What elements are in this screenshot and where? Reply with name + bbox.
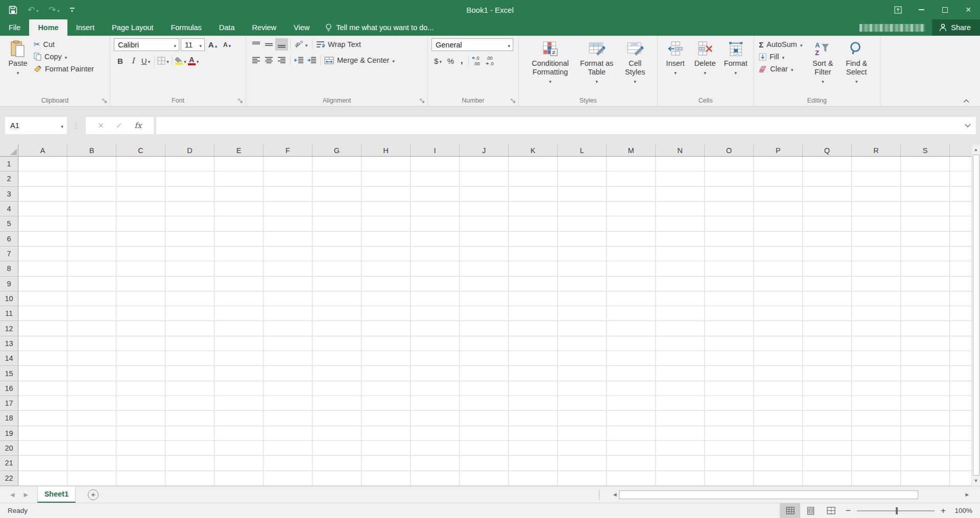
clear-button[interactable]: Clear	[757, 63, 804, 75]
cell-S9[interactable]	[901, 277, 950, 291]
cell-M22[interactable]	[607, 471, 656, 486]
cell-D18[interactable]	[165, 411, 214, 426]
cell-partial-row-2[interactable]	[950, 171, 971, 186]
cell-J11[interactable]	[460, 306, 509, 321]
cell-E5[interactable]	[214, 216, 264, 231]
cell-O8[interactable]	[705, 261, 754, 276]
cell-I4[interactable]	[411, 202, 460, 216]
row-header-4[interactable]: 4	[0, 202, 18, 216]
vertical-scroll-thumb[interactable]	[973, 155, 979, 476]
cell-K7[interactable]	[509, 246, 558, 261]
scroll-up-icon[interactable]: ▲	[974, 146, 978, 153]
cell-P3[interactable]	[754, 187, 803, 202]
customize-qat-button[interactable]	[70, 8, 75, 13]
cell-S1[interactable]	[901, 157, 950, 171]
cell-S19[interactable]	[901, 426, 950, 441]
row-header-15[interactable]: 15	[0, 366, 18, 381]
cell-N9[interactable]	[656, 277, 705, 291]
autosum-button[interactable]: AutoSum	[757, 38, 804, 51]
cell-B17[interactable]	[67, 396, 116, 411]
cell-R15[interactable]	[852, 366, 901, 381]
cell-L7[interactable]	[558, 246, 607, 261]
cell-F10[interactable]	[264, 291, 313, 306]
cell-D8[interactable]	[165, 261, 214, 276]
cell-L13[interactable]	[558, 336, 607, 351]
page-layout-view-button[interactable]	[800, 503, 821, 518]
cell-N12[interactable]	[656, 321, 705, 336]
sort-filter-button[interactable]: AZ Sort & Filter	[808, 38, 838, 96]
column-header-F[interactable]: F	[264, 144, 313, 156]
format-cells-button[interactable]: Format	[722, 38, 750, 96]
middle-align-button[interactable]	[262, 38, 275, 51]
cell-E18[interactable]	[214, 411, 264, 426]
cell-G7[interactable]	[313, 246, 362, 261]
cell-I15[interactable]	[411, 366, 460, 381]
cell-I5[interactable]	[411, 216, 460, 231]
underline-button[interactable]: U	[139, 55, 152, 67]
column-header-L[interactable]: L	[558, 144, 607, 156]
row-header-10[interactable]: 10	[0, 291, 18, 306]
cell-B8[interactable]	[67, 261, 116, 276]
cell-L6[interactable]	[558, 232, 607, 246]
cell-B16[interactable]	[67, 381, 116, 396]
cell-E22[interactable]	[214, 471, 264, 486]
name-box[interactable]: A1	[5, 117, 67, 134]
cell-partial-row-13[interactable]	[950, 336, 971, 351]
cell-A7[interactable]	[18, 246, 67, 261]
cell-L8[interactable]	[558, 261, 607, 276]
cell-H19[interactable]	[362, 426, 411, 441]
cell-M8[interactable]	[607, 261, 656, 276]
align-center-button[interactable]	[262, 54, 275, 66]
cell-R19[interactable]	[852, 426, 901, 441]
cell-partial-row-22[interactable]	[950, 471, 971, 486]
previous-sheet-icon[interactable]: ◀	[10, 491, 14, 498]
cell-L14[interactable]	[558, 351, 607, 366]
column-header-D[interactable]: D	[165, 144, 214, 156]
horizontal-scroll-track[interactable]	[619, 490, 963, 499]
cell-A8[interactable]	[18, 261, 67, 276]
cell-E2[interactable]	[214, 171, 264, 186]
comma-style-button[interactable]: ,	[457, 55, 466, 67]
cell-B15[interactable]	[67, 366, 116, 381]
cell-S15[interactable]	[901, 366, 950, 381]
increase-indent-button[interactable]	[305, 54, 318, 66]
new-sheet-button[interactable]	[88, 489, 99, 500]
cell-Q4[interactable]	[803, 202, 852, 216]
row-header-5[interactable]: 5	[0, 216, 18, 231]
bold-button[interactable]: B	[114, 55, 127, 67]
cell-D7[interactable]	[165, 246, 214, 261]
cell-partial-row-3[interactable]	[950, 187, 971, 202]
cell-J13[interactable]	[460, 336, 509, 351]
cell-A9[interactable]	[18, 277, 67, 291]
cell-D11[interactable]	[165, 306, 214, 321]
cell-G16[interactable]	[313, 381, 362, 396]
cell-G6[interactable]	[313, 232, 362, 246]
cell-M11[interactable]	[607, 306, 656, 321]
cell-M4[interactable]	[607, 202, 656, 216]
cell-P16[interactable]	[754, 381, 803, 396]
cell-D12[interactable]	[165, 321, 214, 336]
cell-partial-row-7[interactable]	[950, 246, 971, 261]
cell-I16[interactable]	[411, 381, 460, 396]
cell-K10[interactable]	[509, 291, 558, 306]
cell-L9[interactable]	[558, 277, 607, 291]
cell-B2[interactable]	[67, 171, 116, 186]
normal-view-button[interactable]	[780, 503, 800, 518]
cell-K14[interactable]	[509, 351, 558, 366]
cell-C6[interactable]	[116, 232, 165, 246]
undo-button[interactable]	[28, 6, 38, 14]
cell-partial-row-17[interactable]	[950, 396, 971, 411]
decrease-font-button[interactable]: A	[221, 39, 233, 51]
column-header-N[interactable]: N	[656, 144, 705, 156]
cell-H18[interactable]	[362, 411, 411, 426]
cell-D20[interactable]	[165, 441, 214, 456]
cell-C12[interactable]	[116, 321, 165, 336]
cell-J12[interactable]	[460, 321, 509, 336]
cell-H4[interactable]	[362, 202, 411, 216]
cell-I2[interactable]	[411, 171, 460, 186]
cell-J8[interactable]	[460, 261, 509, 276]
cell-I22[interactable]	[411, 471, 460, 486]
cell-L3[interactable]	[558, 187, 607, 202]
cell-H2[interactable]	[362, 171, 411, 186]
cell-B14[interactable]	[67, 351, 116, 366]
